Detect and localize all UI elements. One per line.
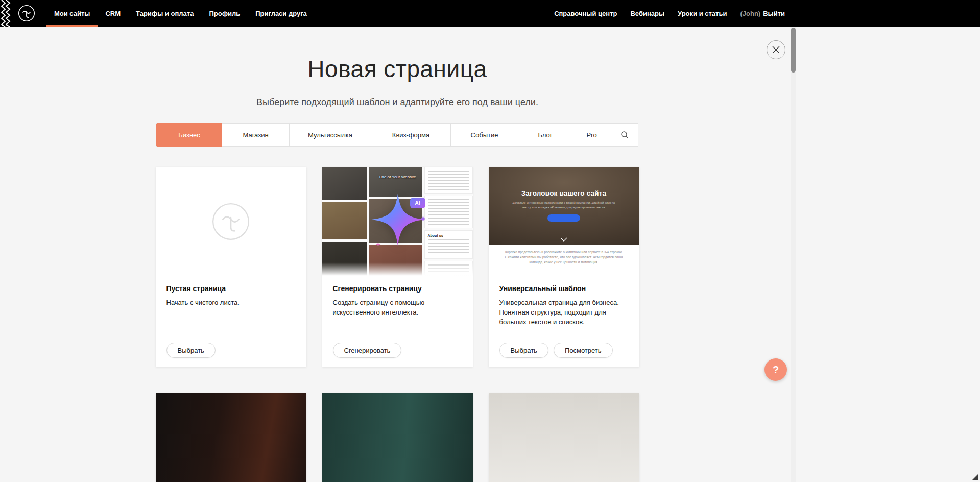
panel-heading: About us bbox=[428, 234, 469, 237]
preview-body-text: Коротко представьтесь и расскажите о ком… bbox=[505, 250, 623, 265]
generate-button[interactable]: Сгенерировать bbox=[333, 343, 402, 358]
preview-hero-title: Заголовок вашего сайта bbox=[521, 189, 607, 197]
placeholder-lines bbox=[428, 199, 469, 225]
select-universal-button[interactable]: Выбрать bbox=[499, 343, 548, 358]
top-navbar: Мои сайты CRM Тарифы и оплата Профиль Пр… bbox=[0, 0, 980, 27]
template-picker: Новая страница Выберите подходящий шабло… bbox=[0, 27, 795, 482]
preview-hero-note: Добавьте интересные подробности о вашей … bbox=[510, 201, 618, 210]
corner-scroll-mark bbox=[972, 474, 978, 480]
template-card-partial-2[interactable] bbox=[322, 393, 473, 482]
collage-text-panel: About us bbox=[424, 230, 473, 259]
navbar-left-menu: Мои сайты CRM Тарифы и оплата Профиль Пр… bbox=[46, 0, 315, 27]
preview-body: Коротко представьтесь и расскажите о ком… bbox=[489, 245, 639, 265]
nav-item-crm[interactable]: CRM bbox=[98, 0, 128, 27]
card-actions: Выбрать bbox=[166, 343, 216, 358]
nav-item-profile[interactable]: Профиль bbox=[201, 0, 248, 27]
template-card-ai: About us Title of Your Website bbox=[322, 167, 473, 367]
tab-pro[interactable]: Pro bbox=[572, 124, 611, 146]
card-body: Универсальный шаблон Универсальная стран… bbox=[489, 276, 639, 327]
tab-business[interactable]: Бизнес bbox=[157, 124, 222, 146]
ai-badge: AI bbox=[410, 198, 425, 208]
search-icon bbox=[620, 131, 629, 139]
navbar-inner: Мои сайты CRM Тарифы и оплата Профиль Пр… bbox=[0, 0, 795, 27]
scrollbar-thumb[interactable] bbox=[791, 28, 796, 73]
template-grid-row2 bbox=[156, 393, 639, 482]
template-tabs: Бизнес Магазин Мультиссылка Квиз-форма С… bbox=[156, 123, 638, 147]
nav-item-invite-friend[interactable]: Пригласи друга bbox=[248, 0, 315, 27]
view-universal-button[interactable]: Посмотреть bbox=[554, 343, 613, 358]
nav-item-help-center[interactable]: Справочный центр bbox=[547, 0, 624, 27]
user-name: (John) bbox=[740, 10, 760, 17]
card-title: Универсальный шаблон bbox=[499, 284, 629, 293]
tab-multilink[interactable]: Мультиссылка bbox=[290, 124, 371, 146]
card-description: Универсальная страница для бизнеса. Поня… bbox=[499, 298, 629, 327]
tab-blog[interactable]: Блог bbox=[518, 124, 572, 146]
card-actions: Сгенерировать bbox=[333, 343, 402, 358]
partial-preview-image bbox=[489, 393, 639, 482]
template-grid: Пустая страница Начать с чистого листа. … bbox=[156, 167, 639, 367]
tilda-logo-icon[interactable] bbox=[18, 5, 35, 22]
collage-photo bbox=[322, 202, 367, 239]
tab-event[interactable]: Событие bbox=[451, 124, 518, 146]
preview-site-title: Title of Your Website bbox=[322, 175, 473, 179]
universal-template-preview[interactable]: Заголовок вашего сайта Добавьте интересн… bbox=[489, 167, 639, 276]
close-icon bbox=[772, 46, 780, 54]
session-control: (John) Выйти bbox=[733, 0, 792, 27]
help-button[interactable]: ? bbox=[764, 358, 787, 381]
tab-search[interactable] bbox=[611, 124, 638, 146]
card-description: Создать страницу с помощью искусственног… bbox=[333, 298, 462, 318]
small-sparkle-icon bbox=[375, 242, 381, 247]
logout-link[interactable]: Выйти bbox=[763, 10, 785, 17]
collage-text-panel bbox=[424, 167, 473, 194]
page-subtitle: Выберите подходящий шаблон и адаптируйте… bbox=[0, 97, 795, 108]
template-card-partial-1[interactable] bbox=[156, 393, 306, 482]
card-body: Сгенерировать страницу Создать страницу … bbox=[322, 276, 473, 318]
nav-item-lessons[interactable]: Уроки и статьи bbox=[671, 0, 733, 27]
close-button[interactable] bbox=[767, 40, 785, 59]
blank-page-preview[interactable] bbox=[156, 167, 306, 276]
select-blank-button[interactable]: Выбрать bbox=[166, 343, 216, 358]
ai-generate-preview[interactable]: About us Title of Your Website bbox=[322, 167, 473, 276]
zigzag-pattern-icon bbox=[0, 0, 11, 27]
tab-shop[interactable]: Магазин bbox=[222, 124, 290, 146]
template-card-blank: Пустая страница Начать с чистого листа. … bbox=[156, 167, 306, 367]
card-title: Сгенерировать страницу bbox=[333, 284, 462, 293]
preview-hero: Заголовок вашего сайта Добавьте интересн… bbox=[489, 167, 639, 245]
collage-photo bbox=[322, 167, 367, 200]
partial-preview-image bbox=[322, 393, 473, 482]
partial-preview-image bbox=[156, 393, 306, 482]
small-sparkle-icon bbox=[419, 215, 427, 223]
placeholder-lines bbox=[428, 171, 469, 190]
preview-cta-button bbox=[547, 214, 580, 222]
tab-quiz[interactable]: Квиз-форма bbox=[371, 124, 451, 146]
scrollbar[interactable] bbox=[791, 27, 796, 482]
template-card-universal: Заголовок вашего сайта Добавьте интересн… bbox=[489, 167, 639, 367]
tilda-watermark-icon bbox=[211, 202, 250, 241]
card-actions: Выбрать Посмотреть bbox=[499, 343, 613, 358]
placeholder-lines bbox=[428, 239, 469, 254]
navbar-right-menu: Справочный центр Вебинары Уроки и статьи… bbox=[547, 0, 795, 27]
preview-fade bbox=[322, 262, 473, 276]
nav-item-my-sites[interactable]: Мои сайты bbox=[46, 0, 98, 27]
chevron-down-icon bbox=[560, 237, 567, 242]
nav-item-pricing[interactable]: Тарифы и оплата bbox=[128, 0, 201, 27]
card-body: Пустая страница Начать с чистого листа. bbox=[156, 276, 306, 308]
card-title: Пустая страница bbox=[166, 284, 296, 293]
template-card-partial-3[interactable] bbox=[489, 393, 639, 482]
nav-item-webinars[interactable]: Вебинары bbox=[624, 0, 671, 27]
card-description: Начать с чистого листа. bbox=[166, 298, 296, 308]
page-title: Новая страница bbox=[0, 55, 795, 83]
collage-text-panel bbox=[424, 196, 473, 228]
